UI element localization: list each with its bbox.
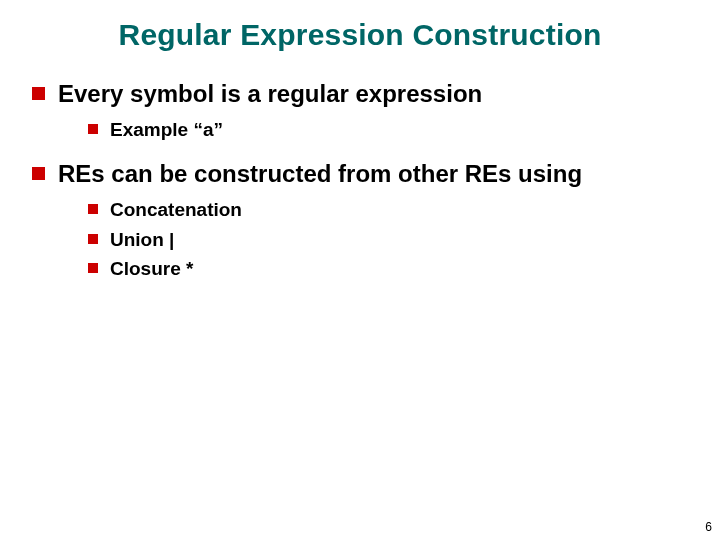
bullet-item: Every symbol is a regular expression Exa… xyxy=(30,78,690,144)
page-number: 6 xyxy=(705,520,712,534)
sub-bullet-item: Concatenation xyxy=(88,196,690,224)
slide-title: Regular Expression Construction xyxy=(30,18,690,52)
sub-bullet-list: Example “a” xyxy=(58,116,690,144)
sub-bullet-list: Concatenation Union | Closure * xyxy=(58,196,690,283)
sub-bullet-item: Closure * xyxy=(88,255,690,283)
sub-bullet-text: Union | xyxy=(110,229,174,250)
bullet-text: Every symbol is a regular expression xyxy=(58,80,482,107)
bullet-text: REs can be constructed from other REs us… xyxy=(58,160,582,187)
slide: Regular Expression Construction Every sy… xyxy=(0,0,720,540)
sub-bullet-text: Concatenation xyxy=(110,199,242,220)
sub-bullet-text: Closure * xyxy=(110,258,193,279)
sub-bullet-item: Union | xyxy=(88,226,690,254)
sub-bullet-text: Example “a” xyxy=(110,119,223,140)
bullet-list: Every symbol is a regular expression Exa… xyxy=(30,78,690,283)
bullet-item: REs can be constructed from other REs us… xyxy=(30,158,690,283)
sub-bullet-item: Example “a” xyxy=(88,116,690,144)
